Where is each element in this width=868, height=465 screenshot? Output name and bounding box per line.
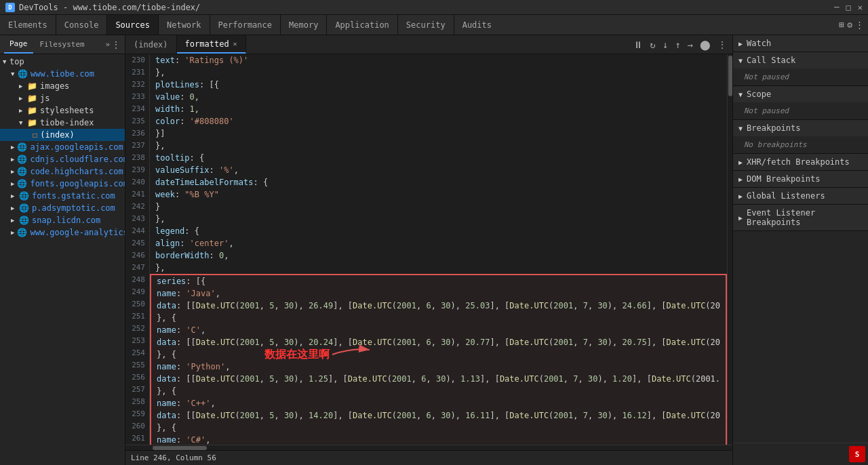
code-line-235: color: '#808080' — [155, 115, 722, 127]
breakpoints-expand-icon: ▼ — [738, 125, 743, 132]
tab-security[interactable]: Security — [398, 15, 454, 35]
panel-section-global: ▶ Global Listeners — [733, 188, 868, 205]
code-line-241: week: "%B %Y" — [155, 188, 722, 201]
file-tab-close-icon[interactable]: ✕ — [233, 40, 237, 47]
more-tabs-btn[interactable]: » — [105, 40, 110, 49]
tree-item-fonts-gstatic[interactable]: ▶ 🌐 fonts.gstatic.com — [0, 190, 125, 202]
sidebar-tab-page[interactable]: Page — [4, 35, 33, 54]
tree-item-images[interactable]: ▶ 📁 images — [0, 80, 125, 92]
tree-item-cdnjs[interactable]: ▶ 🌐 cdnjs.cloudflare.com — [0, 153, 125, 165]
line-number-259: 259 — [128, 408, 145, 420]
line-number-243: 243 — [128, 213, 145, 225]
deactivate-btn[interactable]: ⬤ — [697, 38, 713, 52]
panel-header-event[interactable]: ▶ Event Listener Breakpoints — [733, 205, 868, 230]
code-line-260: }, { — [157, 422, 720, 434]
more-editor-btn[interactable]: ⋮ — [715, 38, 730, 52]
maximize-btn[interactable]: □ — [846, 3, 851, 12]
panel-section-watch: ▶ Watch — [733, 35, 868, 52]
step-out-btn[interactable]: ↑ — [672, 38, 683, 52]
line-number-254: 254 — [128, 347, 145, 359]
code-line-261: name: 'C#', — [157, 434, 720, 445]
line-number-257: 257 — [128, 384, 145, 396]
tree-item-tiobe[interactable]: ▼ 🌐 www.tiobe.com — [0, 68, 125, 80]
tree-item-js[interactable]: ▶ 📁 js — [0, 92, 125, 104]
code-content[interactable]: text: 'Ratings (%)' }, plotLines: [{ val… — [150, 54, 727, 445]
xhr-label: XHR/fetch Breakpoints — [747, 157, 850, 167]
line-number-239: 239 — [128, 164, 145, 176]
code-line-231: }, — [155, 66, 722, 79]
code-line-251: }, { — [157, 312, 720, 324]
tree-item-snaplicdn[interactable]: ▶ 🌐 snap.licdn.com — [0, 214, 125, 226]
tree-item-fonts-google[interactable]: ▶ 🌐 fonts.googleapis.com — [0, 178, 125, 190]
status-line-col: Line 246, Column 56 — [131, 453, 216, 462]
line-number-230: 230 — [128, 54, 145, 66]
more-btn[interactable]: ⋮ — [855, 20, 864, 30]
status-bar: Line 246, Column 56 — [125, 450, 732, 465]
xhr-expand-icon: ▶ — [738, 159, 743, 166]
tree-item-stylesheets[interactable]: ▶ 📁 stylesheets — [0, 104, 125, 117]
code-line-232: plotLines: [{ — [155, 79, 722, 91]
panel-header-breakpoints[interactable]: ▼ Breakpoints — [733, 120, 868, 136]
vertical-scrollbar[interactable] — [727, 54, 732, 445]
file-tab-index[interactable]: (index) — [125, 35, 177, 54]
tree-item-google-analytics[interactable]: ▶ 🌐 www.google-analytics.com — [0, 226, 125, 239]
tree-item-tiobe-index[interactable]: ▼ 📁 tiobe-index — [0, 117, 125, 129]
sidebar-tab-filesystem[interactable]: Filesystem — [35, 35, 90, 54]
line-number-240: 240 — [128, 176, 145, 188]
line-numbers-gutter: 230 231 232 233 234 235 236 237 238 239 … — [125, 54, 150, 445]
close-btn[interactable]: ✕ — [858, 3, 863, 12]
tab-performance[interactable]: Performance — [210, 15, 281, 35]
tab-sources[interactable]: Sources — [107, 15, 159, 35]
main-toolbar: Elements Console Sources Network Perform… — [0, 15, 868, 35]
title-text: DevTools - www.tiobe.com/tiobe-index/ — [19, 3, 200, 12]
tab-network[interactable]: Network — [159, 15, 210, 35]
panel-header-global[interactable]: ▶ Global Listeners — [733, 188, 868, 204]
step-over-btn[interactable]: ↻ — [647, 38, 658, 52]
line-number-234: 234 — [128, 103, 145, 115]
line-number-244: 244 — [128, 225, 145, 237]
panel-header-dom[interactable]: ▶ DOM Breakpoints — [733, 171, 868, 187]
tab-console[interactable]: Console — [56, 15, 108, 35]
tree-item-ajax[interactable]: ▶ 🌐 ajax.googleapis.com — [0, 141, 125, 153]
tab-memory[interactable]: Memory — [281, 15, 327, 35]
global-label: Global Listeners — [747, 191, 825, 201]
panel-header-watch[interactable]: ▶ Watch — [733, 35, 868, 52]
taskbar-icon-s: S — [849, 446, 865, 462]
panel-section-callstack: ▼ Call Stack Not paused — [733, 52, 868, 86]
code-line-253: data: [[Date.UTC(2001, 5, 30), 20.24], [… — [157, 336, 720, 348]
file-tab-formatted[interactable]: formatted ✕ — [177, 35, 246, 54]
panel-header-scope[interactable]: ▼ Scope — [733, 86, 868, 102]
pause-btn[interactable]: ⏸ — [631, 38, 646, 52]
settings-btn[interactable]: ⚙ — [847, 20, 852, 30]
line-number-245: 245 — [128, 237, 145, 249]
panel-header-xhr[interactable]: ▶ XHR/fetch Breakpoints — [733, 154, 868, 170]
tree-item-padsymptotic[interactable]: ▶ 🌐 p.adsymptotic.com — [0, 202, 125, 214]
line-number-250: 250 — [128, 298, 145, 310]
code-line-259: data: [[Date.UTC(2001, 5, 30), 14.20], [… — [157, 409, 720, 422]
panel-section-xhr: ▶ XHR/fetch Breakpoints — [733, 154, 868, 171]
sidebar-menu-btn[interactable]: ⋮ — [111, 39, 121, 50]
code-line-254: }, { — [157, 348, 720, 361]
tab-application[interactable]: Application — [327, 15, 397, 35]
watch-label: Watch — [747, 39, 771, 48]
tree-item-top[interactable]: ▼ top — [0, 56, 125, 68]
step-into-btn[interactable]: ↓ — [660, 38, 671, 52]
tab-audits[interactable]: Audits — [454, 15, 500, 35]
scope-content: Not paused — [733, 102, 868, 119]
scope-label: Scope — [747, 89, 771, 99]
code-line-236: }] — [155, 127, 722, 140]
line-number-255: 255 — [128, 359, 145, 371]
horizontal-scrollbar[interactable] — [125, 445, 732, 450]
dock-btn[interactable]: ⊞ — [839, 20, 844, 30]
line-number-253: 253 — [128, 335, 145, 347]
panel-header-callstack[interactable]: ▼ Call Stack — [733, 52, 868, 68]
code-line-255: name: 'Python', — [157, 361, 720, 373]
minimize-btn[interactable]: ─ — [834, 3, 839, 12]
line-number-246: 246 — [128, 249, 145, 262]
tree-item-highcharts[interactable]: ▶ 🌐 code.highcharts.com — [0, 165, 125, 178]
code-line-258: name: 'C++', — [157, 397, 720, 409]
tab-elements[interactable]: Elements — [0, 15, 56, 35]
breakpoints-content: No breakpoints — [733, 136, 868, 153]
tree-item-index-file[interactable]: ◻ (index) — [0, 129, 125, 141]
step-btn[interactable]: → — [685, 38, 696, 52]
